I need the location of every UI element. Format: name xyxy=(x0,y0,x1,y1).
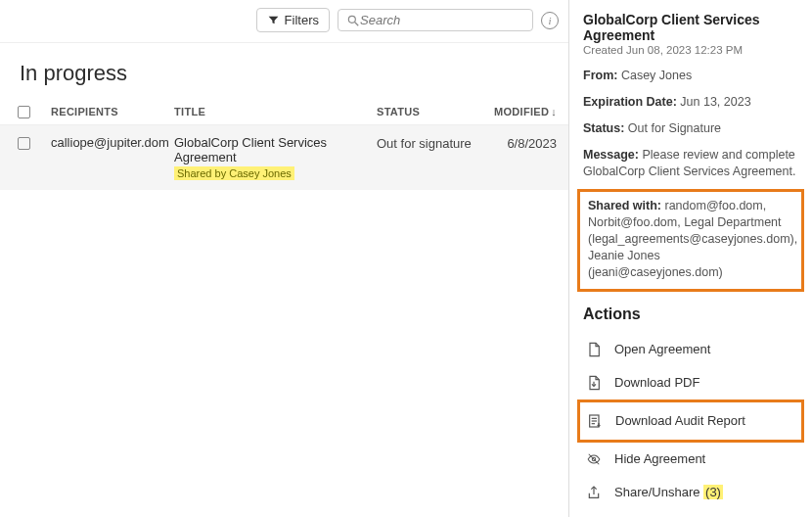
detail-created: Created Jun 08, 2023 12:23 PM xyxy=(583,44,798,56)
info-icon[interactable]: i xyxy=(541,12,559,29)
col-recipients[interactable]: RECIPIENTS xyxy=(47,106,174,118)
col-status[interactable]: STATUS xyxy=(377,106,484,118)
actions-header: Actions xyxy=(583,306,798,323)
filter-icon xyxy=(267,14,280,26)
download-pdf-icon xyxy=(585,374,603,392)
search-field[interactable] xyxy=(338,9,533,31)
action-label: Share/Unshare (3) xyxy=(614,485,723,499)
detail-title: GlobalCorp Client Services Agreement xyxy=(583,12,798,43)
action-add-notes[interactable]: Add Notes xyxy=(583,509,798,517)
detail-status: Status: Out for Signature xyxy=(583,120,798,137)
action-open-agreement[interactable]: Open Agreement xyxy=(583,333,798,366)
detail-expiration: Expiration Date: Jun 13, 2023 xyxy=(583,94,798,111)
action-label: Download PDF xyxy=(614,375,699,390)
action-share-unshare[interactable]: Share/Unshare (3) xyxy=(583,476,798,509)
table-row[interactable]: calliope@jupiter.dom GlobalCorp Client S… xyxy=(0,125,568,190)
shared-with-box: Shared with: random@foo.dom, Norbit@foo.… xyxy=(577,189,804,291)
agreements-table: RECIPIENTS TITLE STATUS MODIFIED↓ callio… xyxy=(0,100,568,190)
detail-from: From: Casey Jones xyxy=(583,68,798,84)
row-status: Out for signature xyxy=(377,135,484,151)
document-icon xyxy=(585,341,603,358)
action-label: Open Agreement xyxy=(614,342,710,356)
row-shared-by: Shared by Casey Jones xyxy=(174,166,294,180)
share-count: (3) xyxy=(703,485,723,499)
toolbar: Filters i xyxy=(0,0,568,43)
search-icon xyxy=(346,14,360,27)
action-label: Hide Agreement xyxy=(614,451,705,466)
action-download-audit[interactable]: Download Audit Report xyxy=(584,404,797,438)
audit-highlight-box: Download Audit Report xyxy=(577,400,804,443)
col-title[interactable]: TITLE xyxy=(174,106,377,118)
row-recipient: calliope@jupiter.dom xyxy=(47,135,174,150)
select-all-checkbox[interactable] xyxy=(18,106,30,118)
section-title: In progress xyxy=(0,43,568,100)
table-header: RECIPIENTS TITLE STATUS MODIFIED↓ xyxy=(0,100,568,125)
detail-panel: GlobalCorp Client Services Agreement Cre… xyxy=(569,0,812,517)
row-title: GlobalCorp Client Services Agreement xyxy=(174,135,377,164)
sort-desc-icon: ↓ xyxy=(549,106,557,118)
action-label: Download Audit Report xyxy=(615,413,745,428)
detail-shared-with: Shared with: random@foo.dom, Norbit@foo.… xyxy=(588,198,793,280)
share-icon xyxy=(585,484,603,501)
svg-line-1 xyxy=(355,22,359,25)
svg-point-0 xyxy=(348,16,355,23)
row-modified: 6/8/2023 xyxy=(484,135,568,151)
action-hide-agreement[interactable]: Hide Agreement xyxy=(583,443,798,476)
action-download-pdf[interactable]: Download PDF xyxy=(583,366,798,400)
col-modified[interactable]: MODIFIED↓ xyxy=(484,106,568,118)
audit-report-icon xyxy=(586,412,604,430)
search-input[interactable] xyxy=(360,13,525,27)
detail-message: Message: Please review and complete Glob… xyxy=(583,147,798,180)
row-checkbox[interactable] xyxy=(18,137,30,150)
filters-button[interactable]: Filters xyxy=(256,8,330,32)
filters-label: Filters xyxy=(285,13,319,27)
hide-icon xyxy=(585,450,603,468)
